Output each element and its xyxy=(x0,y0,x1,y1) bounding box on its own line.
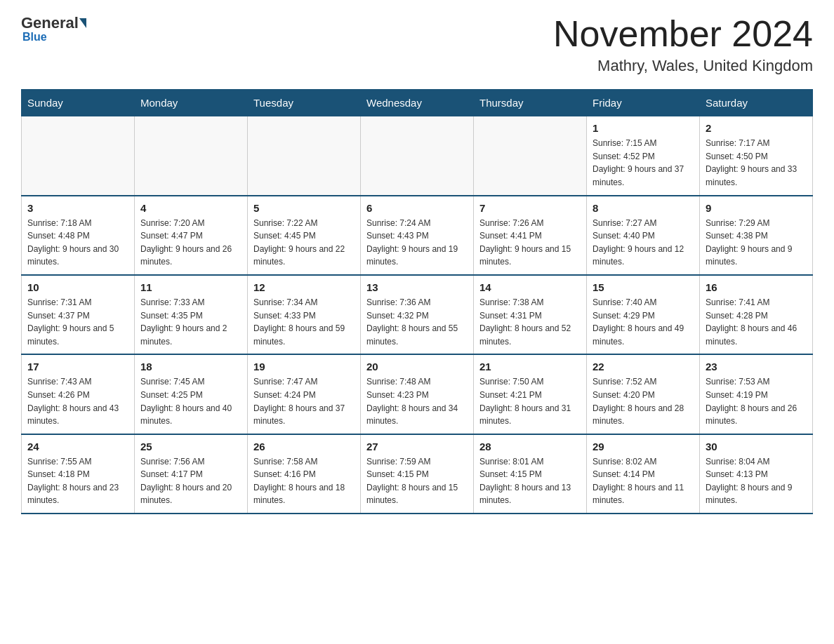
day-info: Sunrise: 7:59 AMSunset: 4:15 PMDaylight:… xyxy=(366,455,468,507)
weekday-sunday: Sunday xyxy=(22,90,135,116)
day-number: 9 xyxy=(706,202,807,214)
calendar-cell: 13Sunrise: 7:36 AMSunset: 4:32 PMDayligh… xyxy=(361,275,474,354)
day-info: Sunrise: 7:34 AMSunset: 4:33 PMDaylight:… xyxy=(253,296,355,348)
logo-general: General xyxy=(21,14,79,32)
day-info: Sunrise: 7:43 AMSunset: 4:26 PMDaylight:… xyxy=(27,375,128,427)
logo-blue: Blue xyxy=(22,31,47,43)
day-number: 8 xyxy=(593,202,694,214)
day-info: Sunrise: 7:29 AMSunset: 4:38 PMDaylight:… xyxy=(706,217,807,269)
day-info: Sunrise: 8:02 AMSunset: 4:14 PMDaylight:… xyxy=(593,455,694,507)
day-info: Sunrise: 7:22 AMSunset: 4:45 PMDaylight:… xyxy=(253,217,355,269)
calendar-cell xyxy=(248,116,361,196)
day-number: 29 xyxy=(593,441,694,452)
day-number: 5 xyxy=(253,202,355,214)
calendar-cell: 2Sunrise: 7:17 AMSunset: 4:50 PMDaylight… xyxy=(700,116,813,196)
day-number: 14 xyxy=(479,281,581,293)
day-number: 4 xyxy=(140,202,241,214)
day-number: 21 xyxy=(479,361,581,373)
calendar-week-5: 24Sunrise: 7:55 AMSunset: 4:18 PMDayligh… xyxy=(22,434,813,514)
title-block: November 2024 Mathry, Wales, United King… xyxy=(553,14,813,75)
calendar-week-4: 17Sunrise: 7:43 AMSunset: 4:26 PMDayligh… xyxy=(22,354,813,434)
weekday-tuesday: Tuesday xyxy=(248,90,361,116)
calendar-cell: 10Sunrise: 7:31 AMSunset: 4:37 PMDayligh… xyxy=(22,275,135,354)
day-number: 16 xyxy=(706,281,807,293)
calendar-cell: 7Sunrise: 7:26 AMSunset: 4:41 PMDaylight… xyxy=(474,196,587,275)
day-number: 23 xyxy=(706,361,807,373)
calendar-cell: 3Sunrise: 7:18 AMSunset: 4:48 PMDaylight… xyxy=(22,196,135,275)
day-info: Sunrise: 7:41 AMSunset: 4:28 PMDaylight:… xyxy=(706,296,807,348)
calendar-cell: 21Sunrise: 7:50 AMSunset: 4:21 PMDayligh… xyxy=(474,354,587,434)
calendar-cell: 18Sunrise: 7:45 AMSunset: 4:25 PMDayligh… xyxy=(135,354,248,434)
calendar-cell: 8Sunrise: 7:27 AMSunset: 4:40 PMDaylight… xyxy=(587,196,700,275)
weekday-wednesday: Wednesday xyxy=(361,90,474,116)
calendar-cell xyxy=(22,116,135,196)
calendar-cell xyxy=(474,116,587,196)
calendar-location: Mathry, Wales, United Kingdom xyxy=(553,57,813,75)
calendar-header: SundayMondayTuesdayWednesdayThursdayFrid… xyxy=(22,90,813,116)
calendar-body: 1Sunrise: 7:15 AMSunset: 4:52 PMDaylight… xyxy=(22,116,813,514)
weekday-thursday: Thursday xyxy=(474,90,587,116)
calendar-cell xyxy=(135,116,248,196)
calendar-cell: 5Sunrise: 7:22 AMSunset: 4:45 PMDaylight… xyxy=(248,196,361,275)
day-number: 3 xyxy=(27,202,128,214)
calendar-cell: 12Sunrise: 7:34 AMSunset: 4:33 PMDayligh… xyxy=(248,275,361,354)
day-number: 22 xyxy=(593,361,694,373)
calendar-cell: 4Sunrise: 7:20 AMSunset: 4:47 PMDaylight… xyxy=(135,196,248,275)
calendar-cell xyxy=(361,116,474,196)
calendar-cell: 25Sunrise: 7:56 AMSunset: 4:17 PMDayligh… xyxy=(135,434,248,514)
calendar-cell: 15Sunrise: 7:40 AMSunset: 4:29 PMDayligh… xyxy=(587,275,700,354)
weekday-saturday: Saturday xyxy=(700,90,813,116)
calendar-week-3: 10Sunrise: 7:31 AMSunset: 4:37 PMDayligh… xyxy=(22,275,813,354)
day-number: 12 xyxy=(253,281,355,293)
day-info: Sunrise: 7:33 AMSunset: 4:35 PMDaylight:… xyxy=(140,296,241,348)
day-number: 19 xyxy=(253,361,355,373)
day-info: Sunrise: 7:36 AMSunset: 4:32 PMDaylight:… xyxy=(366,296,468,348)
logo-arrow-icon xyxy=(79,18,86,28)
day-info: Sunrise: 7:48 AMSunset: 4:23 PMDaylight:… xyxy=(366,375,468,427)
day-info: Sunrise: 7:17 AMSunset: 4:50 PMDaylight:… xyxy=(706,137,807,189)
calendar-cell: 17Sunrise: 7:43 AMSunset: 4:26 PMDayligh… xyxy=(22,354,135,434)
calendar-cell: 16Sunrise: 7:41 AMSunset: 4:28 PMDayligh… xyxy=(700,275,813,354)
day-number: 26 xyxy=(253,441,355,452)
day-info: Sunrise: 7:38 AMSunset: 4:31 PMDaylight:… xyxy=(479,296,581,348)
calendar-cell: 19Sunrise: 7:47 AMSunset: 4:24 PMDayligh… xyxy=(248,354,361,434)
day-number: 24 xyxy=(27,441,128,452)
day-info: Sunrise: 7:18 AMSunset: 4:48 PMDaylight:… xyxy=(27,217,128,269)
day-info: Sunrise: 7:31 AMSunset: 4:37 PMDaylight:… xyxy=(27,296,128,348)
day-number: 2 xyxy=(706,122,807,134)
day-number: 1 xyxy=(593,122,694,134)
day-info: Sunrise: 8:04 AMSunset: 4:13 PMDaylight:… xyxy=(706,455,807,507)
day-info: Sunrise: 7:50 AMSunset: 4:21 PMDaylight:… xyxy=(479,375,581,427)
calendar-cell: 27Sunrise: 7:59 AMSunset: 4:15 PMDayligh… xyxy=(361,434,474,514)
day-info: Sunrise: 7:45 AMSunset: 4:25 PMDaylight:… xyxy=(140,375,241,427)
day-info: Sunrise: 8:01 AMSunset: 4:15 PMDaylight:… xyxy=(479,455,581,507)
page-header: General Blue November 2024 Mathry, Wales… xyxy=(21,14,813,75)
day-info: Sunrise: 7:26 AMSunset: 4:41 PMDaylight:… xyxy=(479,217,581,269)
calendar-title: November 2024 xyxy=(553,14,813,54)
day-number: 28 xyxy=(479,441,581,452)
calendar-cell: 26Sunrise: 7:58 AMSunset: 4:16 PMDayligh… xyxy=(248,434,361,514)
day-info: Sunrise: 7:55 AMSunset: 4:18 PMDaylight:… xyxy=(27,455,128,507)
calendar-cell: 9Sunrise: 7:29 AMSunset: 4:38 PMDaylight… xyxy=(700,196,813,275)
calendar-cell: 1Sunrise: 7:15 AMSunset: 4:52 PMDaylight… xyxy=(587,116,700,196)
calendar-cell: 22Sunrise: 7:52 AMSunset: 4:20 PMDayligh… xyxy=(587,354,700,434)
calendar-cell: 20Sunrise: 7:48 AMSunset: 4:23 PMDayligh… xyxy=(361,354,474,434)
day-number: 20 xyxy=(366,361,468,373)
day-number: 17 xyxy=(27,361,128,373)
calendar-cell: 23Sunrise: 7:53 AMSunset: 4:19 PMDayligh… xyxy=(700,354,813,434)
day-number: 7 xyxy=(479,202,581,214)
weekday-monday: Monday xyxy=(135,90,248,116)
day-info: Sunrise: 7:56 AMSunset: 4:17 PMDaylight:… xyxy=(140,455,241,507)
calendar-week-1: 1Sunrise: 7:15 AMSunset: 4:52 PMDaylight… xyxy=(22,116,813,196)
calendar-cell: 6Sunrise: 7:24 AMSunset: 4:43 PMDaylight… xyxy=(361,196,474,275)
day-info: Sunrise: 7:15 AMSunset: 4:52 PMDaylight:… xyxy=(593,137,694,189)
calendar-cell: 30Sunrise: 8:04 AMSunset: 4:13 PMDayligh… xyxy=(700,434,813,514)
day-info: Sunrise: 7:27 AMSunset: 4:40 PMDaylight:… xyxy=(593,217,694,269)
calendar-week-2: 3Sunrise: 7:18 AMSunset: 4:48 PMDaylight… xyxy=(22,196,813,275)
day-number: 27 xyxy=(366,441,468,452)
day-number: 18 xyxy=(140,361,241,373)
day-number: 15 xyxy=(593,281,694,293)
calendar-cell: 29Sunrise: 8:02 AMSunset: 4:14 PMDayligh… xyxy=(587,434,700,514)
logo-text: General xyxy=(21,14,87,32)
day-number: 13 xyxy=(366,281,468,293)
